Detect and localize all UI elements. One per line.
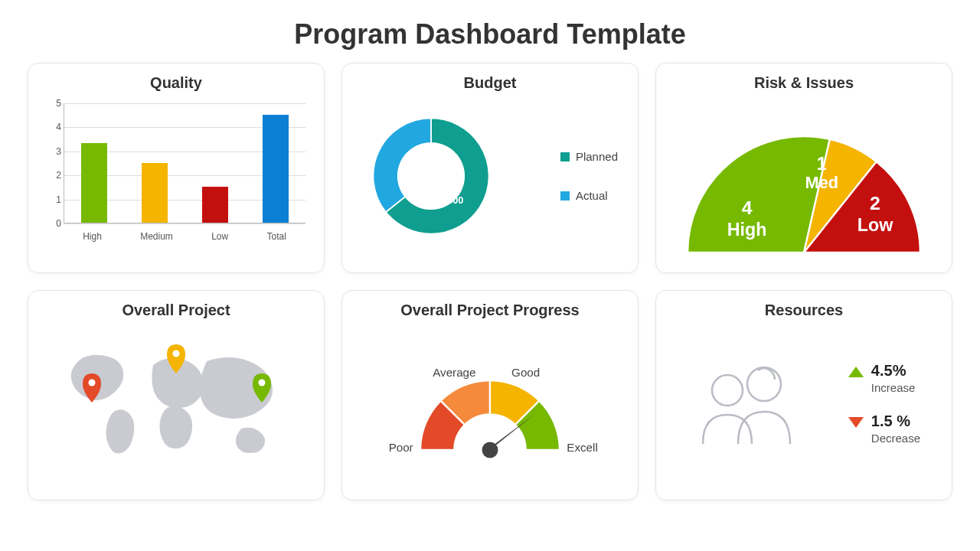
progress-gauge: Poor Average Good Excellent <box>354 327 626 484</box>
svg-text:45000: 45000 <box>436 195 463 206</box>
bar-high <box>81 143 107 223</box>
dashboard-grid: Quality 012345 HighMediumLowTotal Budget… <box>0 63 980 500</box>
risk-med-l: Med <box>805 173 838 192</box>
triangle-up-icon <box>848 367 864 377</box>
xlabel: High <box>83 231 102 242</box>
card-quality: Quality 012345 HighMediumLowTotal <box>28 63 325 273</box>
svg-point-4 <box>173 350 180 357</box>
label-excellent: Excellent <box>567 441 597 454</box>
risk-high-n: 4 <box>742 197 753 218</box>
quality-bar-chart: 012345 HighMediumLowTotal <box>41 99 312 245</box>
svg-point-5 <box>259 380 266 386</box>
label-good: Good <box>511 366 540 379</box>
resource-decrease: 1.5 % Decrease <box>848 412 920 445</box>
risk-med-n: 1 <box>817 154 827 174</box>
budget-donut: 25000 45000 <box>362 107 500 245</box>
xlabel: Low <box>211 231 228 242</box>
risk-low-n: 2 <box>870 193 880 214</box>
resource-increase: 4.5% Increase <box>848 362 920 394</box>
card-resources: Resources 4.5% Increase <box>655 290 952 500</box>
legend-actual: Actual <box>576 189 608 202</box>
card-title-risk: Risk & Issues <box>668 74 939 92</box>
svg-point-8 <box>747 367 781 401</box>
page-title: Program Dashboard Template <box>0 0 980 63</box>
card-overall: Overall Project <box>28 290 325 500</box>
triangle-down-icon <box>848 417 864 428</box>
bar-low <box>202 187 228 223</box>
label-average: Average <box>433 366 475 379</box>
card-title-overall: Overall Project <box>41 302 312 319</box>
card-risk: Risk & Issues 4 High 1 Med 2 Low <box>655 63 952 273</box>
svg-point-7 <box>712 375 743 406</box>
svg-point-3 <box>89 380 96 386</box>
xlabel: Medium <box>140 231 173 242</box>
decrease-value: 1.5 % <box>871 412 920 430</box>
svg-text:25000: 25000 <box>407 151 434 161</box>
risk-gauge: 4 High 1 Med 2 Low <box>668 99 939 253</box>
card-budget: Budget 25000 45000 Planned Actual <box>341 63 639 273</box>
decrease-label: Decrease <box>871 432 920 445</box>
bar-medium <box>142 163 168 223</box>
card-title-budget: Budget <box>354 74 626 92</box>
card-title-progress: Overall Project Progress <box>354 302 626 319</box>
risk-high-l: High <box>727 220 767 240</box>
world-map <box>41 327 312 480</box>
card-title-resources: Resources <box>668 302 939 319</box>
card-progress: Overall Project Progress Poor Average Go… <box>341 290 639 500</box>
increase-label: Increase <box>871 381 916 394</box>
risk-low-l: Low <box>858 215 893 235</box>
people-icon <box>688 354 802 453</box>
legend-planned: Planned <box>576 150 618 163</box>
card-title-quality: Quality <box>41 74 312 92</box>
label-poor: Poor <box>389 441 413 454</box>
increase-value: 4.5% <box>871 362 916 380</box>
budget-legend: Planned Actual <box>560 150 618 202</box>
xlabel: Total <box>266 231 286 242</box>
bar-total <box>263 115 289 223</box>
